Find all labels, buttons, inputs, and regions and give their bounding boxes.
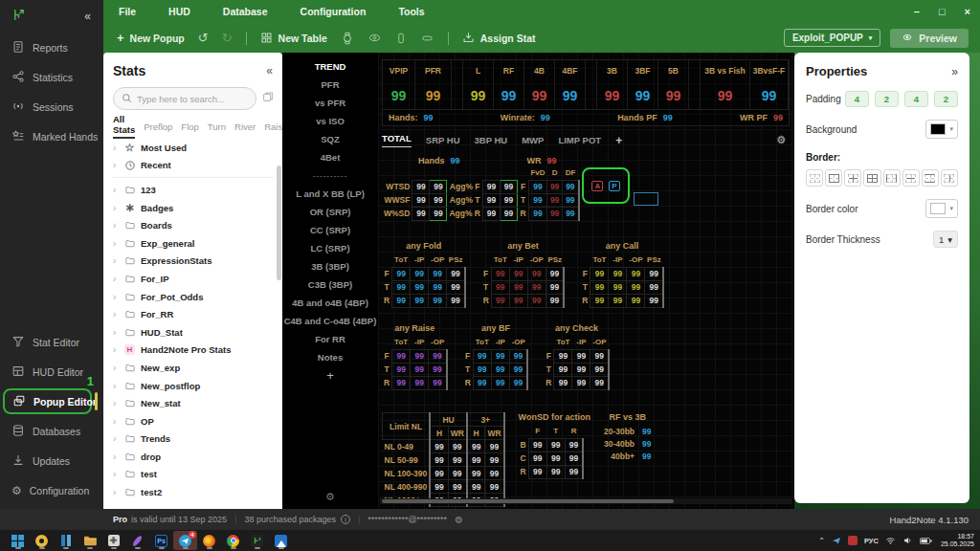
- sidebar-item-reports[interactable]: Reports: [0, 33, 103, 62]
- stat-column-vpip[interactable]: VPIP99: [383, 60, 415, 109]
- action-table-any-check[interactable]: any CheckToT-IP-OPF999999T999999R999999: [544, 323, 610, 390]
- menu-tools[interactable]: Tools: [398, 6, 424, 17]
- chevron-right-icon[interactable]: ›: [113, 398, 119, 408]
- tree-item-test2[interactable]: ›test2: [113, 483, 275, 501]
- chevron-right-icon[interactable]: ›: [113, 309, 119, 320]
- stat-column-rf[interactable]: RF99: [494, 60, 524, 109]
- stat-column-pfr[interactable]: PFR99: [415, 60, 452, 109]
- chevron-right-icon[interactable]: ›: [113, 487, 119, 497]
- padding-value-box[interactable]: 2: [875, 91, 899, 107]
- taskbar-pen-icon[interactable]: [125, 531, 149, 550]
- border-style-button[interactable]: [806, 169, 823, 187]
- popup-canvas[interactable]: VPIP99PFR99L99RF994B994BF993B993BF995B99…: [378, 53, 794, 509]
- padding-value-box[interactable]: 4: [904, 91, 928, 107]
- stat-column-3b[interactable]: 3B99: [597, 60, 628, 109]
- showdown-table[interactable]: Hands99WR99FvDDDFWTSD9999Agg% F9999F9999…: [382, 154, 580, 221]
- badge-a[interactable]: A: [591, 181, 603, 191]
- tree-item-expressionstats[interactable]: ›ExpressionStats: [113, 253, 275, 271]
- popup-section-lc--srp-[interactable]: LC (SRP): [282, 239, 378, 257]
- tray-app-icon[interactable]: [848, 536, 858, 545]
- chevron-right-icon[interactable]: ›: [113, 185, 119, 195]
- tray-telegram-icon[interactable]: [832, 532, 841, 549]
- tree-item-for_pot_odds[interactable]: ›For_Pot_Odds: [113, 288, 275, 306]
- top-info-row[interactable]: Hands:99Winrate:99Hands PF99WR PF99: [383, 109, 789, 125]
- taskbar-app-yellow-icon[interactable]: [30, 531, 54, 550]
- sidebar-item-statistics[interactable]: Statistics: [0, 62, 103, 92]
- menu-configuration[interactable]: Configuration: [301, 6, 367, 17]
- canvas-tab-settings-gear-icon[interactable]: ⚙: [776, 134, 790, 146]
- chevron-right-icon[interactable]: ›: [113, 469, 119, 479]
- popup-section-trend[interactable]: TREND: [282, 57, 378, 76]
- volume-icon[interactable]: [902, 532, 913, 549]
- border-style-button[interactable]: [863, 169, 880, 187]
- canvas-tab-3bp-hu[interactable]: 3BP HU: [475, 135, 508, 145]
- popup-section-c4b-and-c-o4b--4bp-[interactable]: C4B and C-o4B (4BP): [282, 312, 378, 330]
- canvas-tab-mwp[interactable]: MWP: [522, 135, 544, 145]
- padding-value-box[interactable]: 2: [934, 91, 958, 107]
- battery-icon[interactable]: [920, 532, 932, 549]
- maximize-icon[interactable]: □: [939, 6, 946, 17]
- padding-value-box[interactable]: 4: [845, 91, 869, 107]
- stat-column-3bvsf-f[interactable]: 3BvsF-F99: [750, 60, 789, 109]
- popup-section-l-and-x-bb--lp-[interactable]: L and X BB (LP): [282, 185, 378, 203]
- search-input[interactable]: [137, 94, 248, 104]
- taskbar-hand2note-icon[interactable]: [245, 531, 269, 550]
- canvas-hscroll-thumb[interactable]: [382, 499, 674, 503]
- border-style-button[interactable]: [844, 169, 861, 187]
- popup-section-notes[interactable]: Notes: [282, 348, 378, 366]
- taskbar-firefox-icon[interactable]: [197, 531, 221, 550]
- minimize-icon[interactable]: –: [914, 6, 920, 17]
- border-style-button[interactable]: [902, 169, 920, 187]
- chevron-right-icon[interactable]: ›: [113, 143, 119, 153]
- tree-item-123[interactable]: ›123: [113, 181, 275, 199]
- popup-section-cc--srp-[interactable]: CC (SRP): [282, 221, 378, 239]
- border-thickness-dropdown[interactable]: 1▾: [933, 231, 958, 248]
- stat-column-3bf[interactable]: 3BF99: [628, 60, 658, 109]
- chevron-right-icon[interactable]: ›: [113, 238, 119, 249]
- tree-item-hud_stat[interactable]: ›HUD_Stat: [113, 323, 275, 342]
- stats-collapse-icon[interactable]: «: [266, 64, 275, 77]
- border-style-button[interactable]: [825, 169, 842, 187]
- undo-icon[interactable]: ↺: [198, 31, 209, 45]
- popup-section-4bet[interactable]: 4Bet: [282, 148, 378, 166]
- tree-item-recent[interactable]: ›Recent: [113, 157, 275, 175]
- taskbar-chrome-icon[interactable]: [221, 531, 245, 550]
- sidebar-item-configuration[interactable]: ⚙Configuration: [0, 475, 103, 505]
- popup-section-pfr[interactable]: PFR: [282, 76, 378, 94]
- stats-tab-turn[interactable]: Turn: [208, 121, 226, 132]
- action-table-any-bf[interactable]: any BFToT-IP-OPF999999T999999R999999: [463, 323, 529, 390]
- sidebar-item-sessions[interactable]: Sessions: [0, 92, 103, 121]
- chevron-right-icon[interactable]: ›: [113, 363, 119, 373]
- action-tables-row2[interactable]: any RaiseToT-IP-OPF999999T999999R999999a…: [382, 323, 610, 390]
- phone-view-icon[interactable]: [395, 32, 407, 45]
- tree-item-hand2note-pro-stats[interactable]: ›HHand2Note Pro Stats: [113, 342, 275, 360]
- border-style-button[interactable]: [922, 169, 939, 187]
- add-popup-section-button[interactable]: +: [282, 366, 378, 385]
- tree-item-for_ip[interactable]: ›For_IP: [113, 270, 275, 288]
- popup-section-c3b--3bp-[interactable]: C3B (3BP): [282, 276, 378, 294]
- stat-column-4bf[interactable]: 4BF99: [555, 60, 586, 109]
- taskbar-telegram-icon[interactable]: 4: [173, 531, 197, 550]
- preview-button[interactable]: Preview: [890, 29, 969, 48]
- chevron-right-icon[interactable]: ›: [113, 160, 119, 170]
- taskbar-explorer-icon[interactable]: [78, 531, 101, 550]
- chevron-right-icon[interactable]: ›: [113, 220, 119, 231]
- sidebar-item-databases[interactable]: Databases: [0, 416, 103, 446]
- chevron-right-icon[interactable]: ›: [113, 327, 119, 338]
- tree-item-trends[interactable]: ›Trends: [113, 430, 275, 449]
- stats-tab-preflop[interactable]: Preflop: [144, 121, 172, 132]
- properties-collapse-icon[interactable]: »: [951, 65, 958, 78]
- tree-item-most-used[interactable]: ›☆Most Used: [113, 139, 275, 157]
- info-icon[interactable]: i: [341, 515, 350, 524]
- chevron-right-icon[interactable]: ›: [113, 292, 119, 302]
- tree-item-boards[interactable]: ›Boards: [113, 216, 275, 234]
- chevron-right-icon[interactable]: ›: [113, 452, 119, 462]
- action-table-any-bet[interactable]: any BetToT-IP-OPPSzF99999999T99999999R99…: [481, 241, 566, 308]
- tree-item-exp_general[interactable]: ›Exp_general: [113, 234, 275, 253]
- canvas-hscrollbar[interactable]: [380, 498, 792, 504]
- selection-box[interactable]: AP: [582, 167, 630, 204]
- tree-item-new_stat[interactable]: ›New_stat: [113, 394, 275, 412]
- tree-item-test[interactable]: ›test: [113, 466, 275, 484]
- chevron-right-icon[interactable]: ›: [113, 433, 119, 444]
- wonsd-table[interactable]: WonSD for actionFTRB999999C999999R999999: [519, 412, 590, 479]
